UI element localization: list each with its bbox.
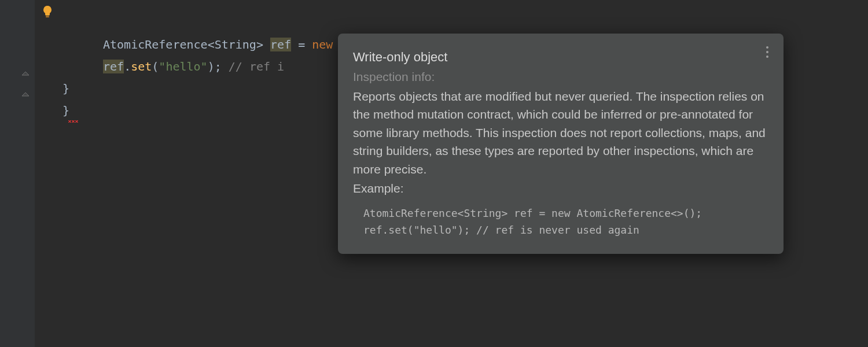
fold-region-end-icon[interactable] — [19, 88, 32, 102]
code-line: ref.set("hello"); // ref i — [103, 60, 284, 73]
keyword-token: new — [312, 38, 333, 51]
punct-token: ) — [208, 60, 215, 73]
tooltip-subtitle: Inspection info: — [353, 68, 768, 86]
punct-token: ( — [152, 60, 159, 73]
punct-token: . — [124, 60, 131, 73]
type-token: AtomicReference — [103, 38, 208, 51]
punct-token: ; — [215, 60, 222, 73]
tooltip-title: Write-only object — [353, 47, 768, 67]
inspection-highlight[interactable]: ref — [103, 60, 124, 73]
tooltip-example-code: AtomicReference<String> ref = new Atomic… — [363, 205, 768, 239]
closing-brace: } — [62, 104, 79, 117]
operator-token: = — [291, 38, 312, 51]
string-token: "hello" — [159, 60, 207, 73]
method-token: set — [131, 60, 152, 73]
closing-brace: } — [62, 82, 69, 95]
tooltip-example-label: Example: — [353, 179, 768, 198]
generic-token: <String> — [208, 38, 263, 51]
comment-token: // ref i — [222, 60, 284, 73]
inspection-highlight[interactable]: ref — [270, 38, 291, 51]
editor-gutter — [0, 0, 35, 347]
inspection-tooltip: Write-only object Inspection info: Repor… — [338, 34, 784, 254]
more-actions-icon[interactable] — [762, 44, 773, 60]
tooltip-body: Reports objects that are modified but ne… — [353, 87, 768, 179]
error-squiggle-icon — [68, 120, 79, 123]
fold-region-end-icon[interactable] — [19, 67, 32, 81]
intention-bulb-icon[interactable] — [41, 5, 54, 19]
svg-rect-0 — [46, 16, 49, 17]
